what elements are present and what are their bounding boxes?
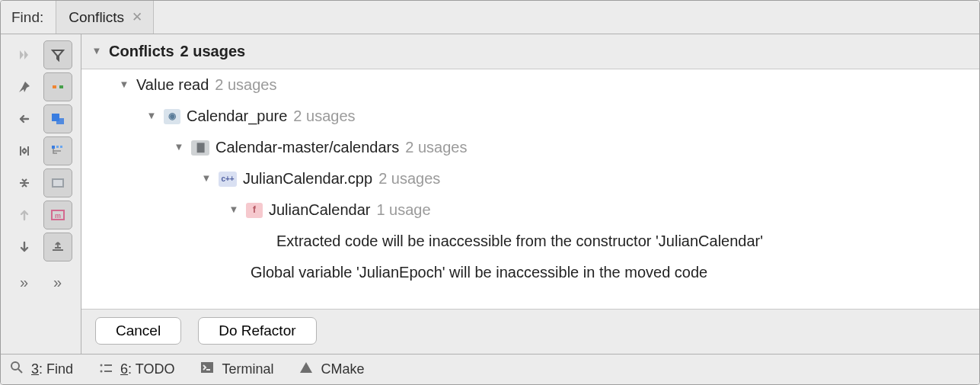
function-icon: f	[246, 203, 263, 218]
find-tool-window: Find: Conflicts ✕	[0, 0, 980, 385]
message-text: Global variable 'JulianEpoch' will be in…	[251, 261, 707, 284]
value-read-label: Value read	[136, 73, 209, 97]
svg-rect-8	[53, 180, 62, 186]
svg-point-14	[101, 371, 103, 373]
arrow-down-icon[interactable]	[10, 233, 39, 261]
root-usages: 2 usages	[180, 40, 246, 63]
expand-all-icon[interactable]	[10, 136, 39, 165]
usage-tree: ▼ Conflicts 2 usages ▼ Value read 2 usag…	[81, 34, 979, 309]
tab-strip: Find: Conflicts ✕	[1, 1, 979, 34]
directory-label: Calendar-master/calendars	[215, 136, 399, 159]
chevron-down-icon: ▼	[145, 108, 158, 124]
chevron-down-icon: ▼	[200, 171, 212, 186]
file-usages: 2 usages	[378, 167, 440, 191]
chevron-down-icon: ▼	[91, 43, 103, 59]
pin-icon[interactable]	[10, 72, 39, 101]
svg-rect-4	[52, 146, 55, 149]
scroll-to-source-icon[interactable]	[43, 72, 72, 101]
action-bar: Cancel Do Refactor	[81, 309, 979, 354]
flatten-icon[interactable]	[43, 168, 72, 197]
svg-rect-17	[206, 369, 210, 371]
svg-text:m: m	[54, 212, 60, 220]
find-key: 3	[31, 361, 39, 377]
search-icon	[10, 361, 24, 378]
todo-text: : TODO	[128, 361, 174, 377]
tree-project[interactable]: ▼ ◉ Calendar_pure 2 usages	[81, 101, 979, 132]
svg-rect-0	[53, 85, 56, 88]
find-label: Find:	[1, 1, 56, 34]
status-cmake[interactable]: CMake	[299, 361, 364, 377]
status-bar: 3: Find 6: TODO Terminal CMake	[1, 354, 979, 384]
module-icon[interactable]: m	[43, 201, 72, 229]
gutter-toolbar: m » »	[1, 34, 81, 354]
terminal-icon	[200, 361, 214, 377]
more-right-icon[interactable]: »	[43, 268, 72, 297]
tree-root[interactable]: ▼ Conflicts 2 usages	[81, 34, 979, 69]
chevron-down-icon: ▼	[173, 140, 185, 155]
message-text: Extracted code will be inaccessible from…	[276, 229, 763, 253]
filter-icon[interactable]	[43, 40, 72, 69]
module-icon: ◉	[164, 109, 180, 124]
svg-rect-15	[104, 371, 112, 372]
svg-rect-6	[60, 146, 62, 148]
terminal-label: Terminal	[222, 361, 273, 377]
tree-directory[interactable]: ▼ ▇ Calendar-master/calendars 2 usages	[81, 132, 979, 163]
more-left-icon[interactable]: »	[10, 268, 39, 297]
svg-point-12	[101, 364, 103, 367]
chevron-down-icon: ▼	[228, 202, 240, 217]
tab-conflicts[interactable]: Conflicts ✕	[56, 1, 154, 34]
status-find[interactable]: 3: Find	[10, 361, 73, 378]
conflict-message-1[interactable]: Extracted code will be inaccessible from…	[81, 226, 979, 257]
todo-key: 6	[120, 361, 128, 377]
cpp-file-icon: c++	[219, 172, 237, 187]
cmake-label: CMake	[321, 361, 364, 377]
cmake-icon	[299, 361, 313, 377]
content-column: ▼ Conflicts 2 usages ▼ Value read 2 usag…	[81, 34, 979, 354]
cancel-button[interactable]: Cancel	[95, 317, 181, 345]
folder-icon: ▇	[191, 140, 209, 156]
value-read-usages: 2 usages	[215, 73, 276, 97]
find-text: : Find	[39, 361, 73, 377]
directory-usages: 2 usages	[405, 136, 467, 159]
svg-rect-1	[59, 85, 63, 88]
svg-point-11	[11, 362, 19, 370]
close-icon[interactable]: ✕	[132, 9, 142, 25]
svg-rect-3	[56, 118, 64, 124]
do-refactor-button[interactable]: Do Refactor	[198, 317, 316, 345]
status-terminal[interactable]: Terminal	[200, 361, 273, 377]
arrow-left-icon[interactable]	[10, 104, 39, 133]
rerun-icon[interactable]	[10, 40, 39, 69]
status-todo[interactable]: 6: TODO	[99, 361, 174, 377]
project-label: Calendar_pure	[187, 104, 287, 128]
conflict-message-2[interactable]: Global variable 'JulianEpoch' will be in…	[81, 257, 979, 288]
svg-rect-5	[56, 146, 59, 148]
tree-view-icon[interactable]	[43, 136, 72, 165]
collapse-all-icon[interactable]	[10, 168, 39, 197]
list-icon	[99, 361, 113, 377]
function-label: JulianCalendar	[269, 198, 370, 222]
tree-function[interactable]: ▼ f JulianCalendar 1 usage	[81, 194, 979, 226]
file-label: JulianCalendar.cpp	[243, 167, 372, 191]
arrow-up-icon[interactable]	[10, 201, 39, 229]
tab-label: Conflicts	[69, 9, 124, 26]
tree-value-read[interactable]: ▼ Value read 2 usages	[81, 69, 979, 101]
svg-rect-16	[201, 362, 213, 373]
chevron-down-icon: ▼	[118, 77, 130, 92]
group-by-icon[interactable]	[43, 104, 72, 133]
function-usages: 1 usage	[376, 198, 430, 222]
project-usages: 2 usages	[293, 104, 355, 128]
export-icon[interactable]	[43, 233, 72, 261]
svg-rect-13	[104, 364, 112, 366]
tree-file[interactable]: ▼ c++ JulianCalendar.cpp 2 usages	[81, 163, 979, 194]
main-area: m » » ▼ Conflicts	[1, 34, 979, 354]
root-label: Conflicts	[109, 40, 174, 63]
